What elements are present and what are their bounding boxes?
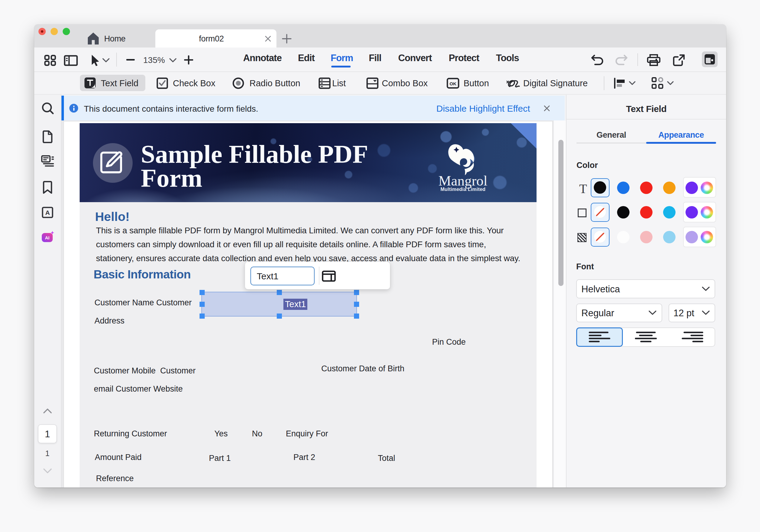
svg-text:AI: AI (45, 235, 50, 240)
svg-text:A: A (45, 209, 50, 216)
svg-text:OK: OK (450, 81, 456, 86)
